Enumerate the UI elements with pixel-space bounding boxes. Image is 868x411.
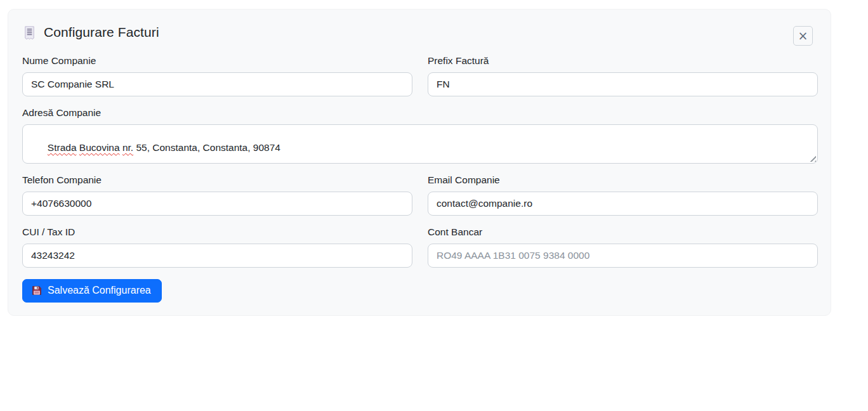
company-email-label: Email Companie [428, 174, 818, 186]
address-word-misspelled: Bucovina [79, 142, 120, 153]
close-button[interactable]: × [793, 26, 813, 46]
bank-account-input[interactable] [428, 244, 818, 268]
receipt-icon [22, 25, 37, 40]
floppy-disk-icon [32, 285, 42, 296]
address-word-misspelled: Strada [48, 142, 77, 153]
company-name-input[interactable] [22, 72, 412, 96]
company-phone-label: Telefon Companie [22, 174, 412, 186]
company-address-textarea[interactable]: Strada Bucovina nr. 55, Constanta, Const… [22, 124, 818, 164]
save-config-button[interactable]: Salvează Configurarea [22, 279, 162, 303]
form-row-4: CUI / Tax ID Cont Bancar [22, 226, 818, 268]
field-company-email: Email Companie [428, 174, 818, 216]
company-phone-input[interactable] [22, 192, 412, 216]
card-header: Configurare Facturi × [22, 25, 818, 40]
save-config-label: Salvează Configurarea [48, 285, 151, 296]
company-address-label: Adresă Companie [22, 107, 818, 119]
form-row-3: Telefon Companie Email Companie [22, 174, 818, 216]
address-word-misspelled: nr. [122, 142, 133, 153]
page-title: Configurare Facturi [44, 25, 159, 40]
invoice-prefix-input[interactable] [428, 72, 818, 96]
field-tax-id: CUI / Tax ID [22, 226, 412, 268]
field-company-phone: Telefon Companie [22, 174, 412, 216]
field-company-name: Nume Companie [22, 55, 412, 96]
invoice-prefix-label: Prefix Factură [428, 55, 818, 67]
form-row-1: Nume Companie Prefix Factură [22, 55, 818, 96]
field-bank-account: Cont Bancar [428, 226, 818, 268]
close-icon: × [798, 29, 808, 42]
address-rest: 55, Constanta, Constanta, 90874 [133, 142, 280, 153]
field-company-address: Adresă Companie Strada Bucovina nr. 55, … [22, 107, 818, 164]
company-name-label: Nume Companie [22, 55, 412, 67]
textarea-resize-handle[interactable] [808, 153, 816, 162]
company-email-input[interactable] [428, 192, 818, 216]
field-invoice-prefix: Prefix Factură [428, 55, 818, 96]
bank-account-label: Cont Bancar [428, 226, 818, 238]
tax-id-label: CUI / Tax ID [22, 226, 412, 238]
tax-id-input[interactable] [22, 244, 412, 268]
invoice-config-card: Configurare Facturi × Nume Companie Pref… [8, 9, 831, 316]
